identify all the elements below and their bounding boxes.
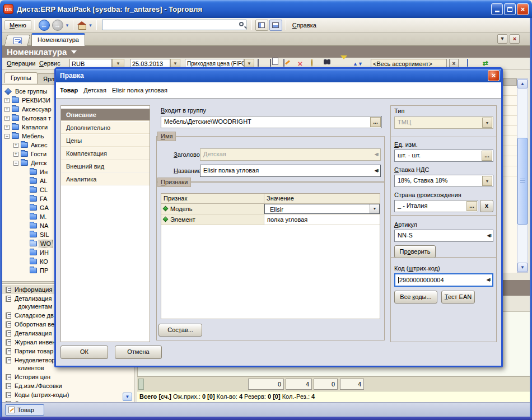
dialog-nav-item[interactable]: Внешний вид: [61, 160, 150, 172]
menu-button[interactable]: Меню: [4, 20, 31, 30]
tree-item-label[interactable]: GA: [39, 204, 50, 211]
sidebar-tab-groups[interactable]: Группы: [4, 72, 38, 83]
tree-expander[interactable]: +: [4, 116, 10, 121]
report-label[interactable]: Ед.изм./Фасовки: [15, 382, 62, 389]
tree-item-label[interactable]: SIL: [39, 231, 50, 238]
tree-item-label[interactable]: РЕКВИЗИ: [21, 97, 52, 104]
tree-item-label[interactable]: КО: [39, 258, 49, 265]
test-ean-button[interactable]: Тест EAN: [441, 291, 475, 304]
report-label[interactable]: Неудовлетвор: [15, 357, 55, 363]
close-button[interactable]: ×: [517, 3, 529, 15]
page-title[interactable]: Номенклатура: [7, 47, 67, 57]
grid-column-header[interactable]: [503, 78, 517, 86]
report-link[interactable]: История цен: [2, 372, 134, 381]
window-titlebar[interactable]: DS Диста:ERP MaxiPack [sysdba: fr_antare…: [0, 0, 532, 18]
tree-item-label[interactable]: Мебель: [21, 133, 45, 139]
dialog-nav-item[interactable]: Описание: [61, 109, 150, 121]
dialog-nav-item[interactable]: Цены: [61, 134, 150, 147]
country-field[interactable]: _ - Италия...: [394, 200, 478, 212]
report-label[interactable]: Информация о: [15, 286, 58, 293]
tree-item-label[interactable]: Детск: [30, 160, 48, 166]
home-dropdown-icon[interactable]: ▾: [89, 22, 92, 28]
report-label[interactable]: Партии товар: [15, 348, 53, 354]
grid-rows[interactable]: [503, 86, 517, 179]
report-link[interactable]: Ед.изм./Фасовки: [2, 381, 134, 390]
tree-item-label[interactable]: ПР: [39, 267, 49, 274]
report-label[interactable]: Коды (штрих-коды): [15, 391, 69, 398]
tree-item-label[interactable]: Аксессуар: [21, 106, 53, 113]
tree-expander[interactable]: +: [13, 143, 18, 148]
layout-side-panel-button[interactable]: [255, 20, 268, 31]
vat-dropdown-icon[interactable]: ▼: [482, 176, 492, 186]
tree-item-label[interactable]: Бытовая т: [21, 115, 52, 122]
all-codes-button[interactable]: Все коды...: [394, 291, 437, 304]
dialog-close-button[interactable]: ×: [488, 70, 500, 81]
tree-item-label[interactable]: ИН: [39, 249, 50, 256]
unit-field[interactable]: шт. - шт....: [394, 150, 493, 162]
forward-button[interactable]: →: [52, 20, 63, 31]
attr-row[interactable]: МодельElisir▼: [161, 204, 380, 214]
search-input[interactable]: [102, 20, 246, 30]
page-title-dropdown-icon[interactable]: [71, 50, 77, 57]
tab-close-button[interactable]: ×: [510, 34, 520, 44]
tree-item-label[interactable]: Гости: [30, 151, 48, 157]
report-label[interactable]: Складское дв: [15, 312, 54, 319]
compose-button[interactable]: Состав...: [158, 324, 202, 337]
attr-dropdown-icon[interactable]: ▼: [370, 204, 379, 213]
name-field[interactable]: Elisir полка угловая◀‖: [200, 165, 381, 177]
unit-picker-button[interactable]: ...: [482, 151, 492, 161]
tree-expander[interactable]: +: [4, 107, 10, 112]
tree-item-label[interactable]: NA: [39, 222, 49, 229]
report-label[interactable]: Детализация: [15, 295, 52, 302]
tree-expander[interactable]: +: [4, 98, 10, 103]
attr-row[interactable]: Элементполка угловая: [161, 214, 380, 225]
home-icon[interactable]: [77, 21, 86, 29]
tree-item-label[interactable]: Аксес: [30, 142, 48, 148]
task-button-tovar[interactable]: Товар: [5, 404, 44, 416]
reports-scroll-down-button[interactable]: ▼: [123, 393, 132, 401]
sku-field[interactable]: NN-S◀‖: [394, 230, 493, 242]
vat-combo[interactable]: 18%, Ставка 18%▼: [394, 175, 493, 187]
tree-item-label[interactable]: FA: [39, 195, 48, 202]
attr-column-name[interactable]: Признак: [161, 194, 264, 203]
scroll-down-button[interactable]: ▼: [517, 263, 528, 272]
tree-item-label[interactable]: CL: [39, 186, 49, 193]
country-clear-button[interactable]: x: [480, 200, 493, 212]
report-label[interactable]: Журнал инвен: [15, 339, 55, 346]
dialog-nav-item[interactable]: Комплектация: [61, 147, 150, 160]
tree-item-label[interactable]: M.: [39, 213, 48, 220]
tree-item-label[interactable]: Ин: [39, 169, 49, 175]
tree-expander[interactable]: +: [4, 125, 10, 130]
tree-expander[interactable]: −: [13, 161, 18, 166]
type-dropdown-icon[interactable]: ▼: [482, 118, 492, 128]
tree-expander[interactable]: +: [13, 152, 18, 157]
report-link[interactable]: Коды (штрих-коды): [2, 390, 134, 399]
attr-column-value[interactable]: Значение: [264, 194, 380, 203]
title-field[interactable]: Детская◀‖: [200, 148, 381, 161]
tab-list-dropdown-button[interactable]: ▼: [497, 34, 507, 44]
tab-nomenklatura[interactable]: Номенклатура: [31, 33, 85, 46]
layout-bottom-panel-button[interactable]: [269, 20, 282, 31]
attr-name-cell[interactable]: Модель: [161, 204, 264, 214]
tree-item-label[interactable]: Каталоги: [21, 124, 49, 130]
ok-button[interactable]: ОК: [60, 346, 108, 359]
attr-value-editor[interactable]: Elisir▼: [264, 204, 380, 214]
tree-item-label[interactable]: Все группы: [14, 88, 48, 95]
report-label[interactable]: История цен: [15, 374, 50, 380]
dialog-titlebar[interactable]: Правка: [56, 69, 501, 82]
scroll-up-button[interactable]: ▲: [517, 79, 528, 88]
type-combo[interactable]: ТМЦ▼: [394, 116, 493, 129]
minimize-button[interactable]: [491, 3, 503, 15]
group-picker-button[interactable]: ...: [370, 117, 381, 127]
attr-value-cell[interactable]: полка угловая: [264, 214, 380, 225]
search-icon[interactable]: [239, 22, 244, 26]
report-label[interactable]: Оборотная ве: [15, 321, 54, 328]
check-button[interactable]: Проверить: [394, 245, 436, 258]
cancel-button[interactable]: Отмена: [115, 346, 162, 359]
maximize-button[interactable]: [504, 3, 516, 15]
barcode-field[interactable]: 2900000000004◀‖: [394, 273, 493, 287]
report-label[interactable]: Детализация: [15, 330, 52, 337]
back-button[interactable]: ←: [39, 20, 50, 31]
service-menu[interactable]: Сервис: [39, 60, 60, 67]
dialog-nav-item[interactable]: Дополнительно: [61, 122, 150, 134]
